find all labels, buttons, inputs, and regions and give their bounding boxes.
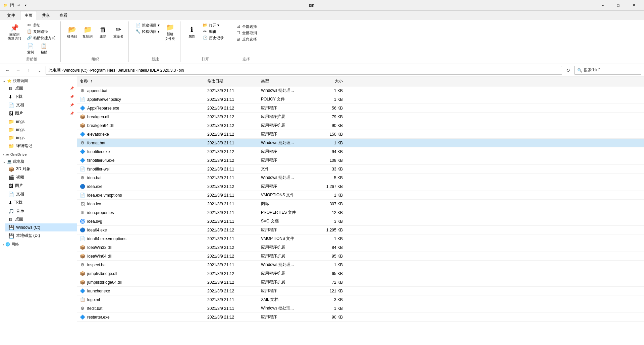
paste-shortcut-button[interactable]: 🔗 粘贴快捷方式: [24, 35, 58, 41]
table-row[interactable]: 🌀 idea.svg 2021/3/9 21:11 SVG 文档 3 KB: [77, 217, 644, 226]
table-row[interactable]: 📄 appletviewer.policy 2021/3/9 21:11 POL…: [77, 95, 644, 104]
table-row[interactable]: 📄 fsnotifier-wsl 2021/3/9 21:11 文件 33 KB: [77, 165, 644, 174]
file-type-cell: XML 文档: [258, 296, 312, 303]
breadcrumb-windows-c[interactable]: Windows (C:): [63, 68, 88, 73]
table-row[interactable]: 📦 jumplistbridge64.dll 2021/3/9 21:12 应用…: [77, 278, 644, 287]
table-row[interactable]: 🔷 launcher.exe 2021/3/9 21:12 应用程序 121 K…: [77, 287, 644, 295]
breadcrumb-this-pc[interactable]: 此电脑: [49, 67, 61, 73]
tab-home[interactable]: 主页: [20, 11, 37, 20]
sidebar-item-notes[interactable]: 📁 详细笔记: [5, 142, 77, 150]
down-button[interactable]: ⌄: [35, 66, 44, 75]
sidebar-item-imgs3[interactable]: 📁 imgs: [5, 134, 77, 142]
copy-button[interactable]: 📄 复制: [24, 42, 37, 55]
ribbon-tabs: 文件 主页 共享 查看: [0, 11, 644, 20]
sidebar-section-thispc[interactable]: ⌄ 💻 此电脑: [0, 158, 77, 165]
select-all-button[interactable]: ☑ 全部选择: [233, 23, 259, 29]
tab-view[interactable]: 查看: [55, 11, 72, 20]
col-date[interactable]: 修改日期: [205, 78, 258, 85]
easy-access-button[interactable]: 🔧 轻松访问 ▾: [133, 28, 162, 34]
breadcrumb-bin[interactable]: bin: [178, 68, 184, 73]
dropdown-icon[interactable]: ▾: [23, 3, 28, 8]
table-row[interactable]: ⚙ format.bat 2021/3/9 21:11 Windows 批处理.…: [77, 139, 644, 147]
table-row[interactable]: 📦 IdeaWin64.dll 2021/3/9 21:12 应用程序扩展 95…: [77, 252, 644, 261]
minimize-button[interactable]: −: [595, 0, 610, 11]
sidebar-item-3dobjects[interactable]: 📦 3D 对象: [5, 165, 77, 173]
history-button[interactable]: 🕐 历史记录: [200, 35, 226, 41]
undo-icon[interactable]: ↩: [16, 3, 21, 8]
invert-select-button[interactable]: ⊟ 反向选择: [233, 36, 259, 42]
address-path[interactable]: 此电脑 › Windows (C:) › Program Files › Jet…: [46, 66, 562, 75]
file-name-cell: 📋 log.xml: [77, 296, 205, 303]
table-row[interactable]: ⚙ inspect.bat 2021/3/9 21:11 Windows 批处理…: [77, 261, 644, 269]
table-row[interactable]: ⚙ idea.bat 2021/3/9 21:11 Windows 批处理...…: [77, 174, 644, 182]
table-row[interactable]: ⚙ idea.properties 2021/3/9 21:11 PROPERT…: [77, 208, 644, 217]
table-row[interactable]: ⚙ append.bat 2021/3/9 21:11 Windows 批处理.…: [77, 86, 644, 95]
forward-button[interactable]: →: [13, 66, 23, 75]
edit-button[interactable]: ✏ 编辑: [200, 28, 226, 34]
sidebar-item-pictures[interactable]: 🖼 图片 📌: [5, 109, 77, 118]
table-row[interactable]: 📦 breakgen64.dll 2021/3/9 21:12 应用程序扩展 9…: [77, 121, 644, 130]
network-icon: 🌐: [5, 242, 10, 247]
copy-path-button[interactable]: 📋 复制路径: [24, 28, 58, 34]
col-type[interactable]: 类型: [258, 78, 312, 85]
copy-to-button[interactable]: 📁 复制到: [80, 22, 95, 42]
table-row[interactable]: 🔵 idea64.exe 2021/3/9 21:12 应用程序 1,295 K…: [77, 226, 644, 234]
sidebar-item-drive-d[interactable]: 💾 本地磁盘 (D:): [5, 231, 77, 240]
sidebar-item-windows-c[interactable]: 💾 Windows (C:): [5, 223, 77, 231]
select-none-button[interactable]: ☐ 全部取消: [233, 30, 259, 36]
sidebar-item-desktop2[interactable]: 🖥 桌面: [5, 215, 77, 223]
sidebar-item-imgs2[interactable]: 📁 imgs: [5, 126, 77, 134]
maximize-button[interactable]: □: [610, 0, 626, 11]
table-row[interactable]: 📋 log.xml 2021/3/9 21:11 XML 文档 3 KB: [77, 295, 644, 304]
table-row[interactable]: ⚙ ltedit.bat 2021/3/9 21:11 Windows 批处理.…: [77, 304, 644, 313]
sidebar-item-downloads[interactable]: ⬇ 下载 📌: [5, 92, 77, 101]
table-row[interactable]: 📦 jumplistbridge.dll 2021/3/9 21:12 应用程序…: [77, 269, 644, 278]
table-row[interactable]: 🔷 AppxReparse.exe 2021/3/9 21:12 应用程序 56…: [77, 104, 644, 113]
table-row[interactable]: 🔷 elevator.exe 2021/3/9 21:12 应用程序 150 K…: [77, 130, 644, 139]
table-row[interactable]: 🔷 restarter.exe 2021/3/9 21:12 应用程序 90 K…: [77, 313, 644, 322]
tab-file[interactable]: 文件: [3, 11, 19, 20]
table-row[interactable]: 🔵 idea.exe 2021/3/9 21:12 应用程序 1,267 KB: [77, 182, 644, 191]
col-size[interactable]: 大小: [312, 78, 345, 85]
breadcrumb-jetbrains[interactable]: JetBrains: [118, 68, 135, 73]
up-button[interactable]: ↑: [24, 66, 34, 75]
sidebar-item-desktop[interactable]: 🖥 桌面 📌: [5, 84, 77, 92]
table-row[interactable]: 🔷 fsnotifier.exe 2021/3/9 21:12 应用程序 94 …: [77, 147, 644, 156]
sidebar-item-videos[interactable]: 🎬 视频: [5, 173, 77, 182]
tab-share[interactable]: 共享: [38, 11, 54, 20]
table-row[interactable]: 📦 breakgen.dll 2021/3/9 21:12 应用程序扩展 79 …: [77, 113, 644, 121]
sidebar-item-pictures2[interactable]: 🖼 图片: [5, 182, 77, 190]
pin-to-quickaccess-button[interactable]: 📌 固定到快速访问: [5, 22, 23, 42]
sidebar-item-documents[interactable]: 📄 文档 📌: [5, 101, 77, 109]
sidebar-section-onedrive[interactable]: › ☁ OneDrive: [0, 151, 77, 157]
search-box[interactable]: 🔍 搜索"bin": [574, 66, 641, 75]
save-icon[interactable]: 💾: [9, 3, 15, 8]
move-to-button[interactable]: 📂 移动到: [65, 22, 79, 42]
sidebar-section-network[interactable]: › 🌐 网络: [0, 241, 77, 248]
properties-button[interactable]: ℹ 属性: [184, 22, 199, 42]
paste-button[interactable]: 📋 粘贴: [38, 42, 50, 55]
new-folder-button[interactable]: 📁 新建文件夹: [163, 22, 177, 42]
rename-button[interactable]: ✏ 重命名: [111, 22, 126, 42]
refresh-button[interactable]: ↻: [564, 66, 573, 75]
sidebar-item-imgs1[interactable]: 📁 imgs: [5, 118, 77, 126]
table-row[interactable]: 📄 idea.exe.vmoptions 2021/3/9 21:11 VMOP…: [77, 191, 644, 200]
close-button[interactable]: ✕: [626, 0, 641, 11]
delete-button[interactable]: 🗑 删除: [96, 22, 110, 42]
table-row[interactable]: 📦 IdeaWin32.dll 2021/3/9 21:12 应用程序扩展 84…: [77, 243, 644, 252]
col-name[interactable]: 名称 ↑: [77, 78, 205, 85]
back-button[interactable]: ←: [3, 66, 12, 75]
sidebar-section-quickaccess[interactable]: ⌄ ⭐ 快速访问: [0, 78, 77, 84]
breadcrumb-idea[interactable]: IntelliJ IDEA 2020.3.3: [138, 68, 176, 73]
table-row[interactable]: 🖼 idea.ico 2021/3/9 21:11 图标 307 KB: [77, 200, 644, 208]
pin-indicator: 📌: [70, 86, 74, 90]
breadcrumb-program-files[interactable]: Program Files: [90, 68, 115, 73]
new-item-button[interactable]: 📄 新建项目 ▾: [133, 22, 162, 28]
open-button[interactable]: 📂 打开 ▾: [200, 22, 226, 28]
sidebar-item-downloads2[interactable]: ⬇ 下载: [5, 198, 77, 207]
cut-button[interactable]: ✂ 剪切: [24, 22, 58, 28]
sidebar-item-documents2[interactable]: 📄 文档: [5, 190, 77, 198]
table-row[interactable]: 🔷 fsnotifier64.exe 2021/3/9 21:12 应用程序 1…: [77, 156, 644, 165]
table-row[interactable]: 📄 idea64.exe.vmoptions 2021/3/9 21:11 VM…: [77, 234, 644, 243]
sidebar-item-music[interactable]: 🎵 音乐: [5, 207, 77, 215]
